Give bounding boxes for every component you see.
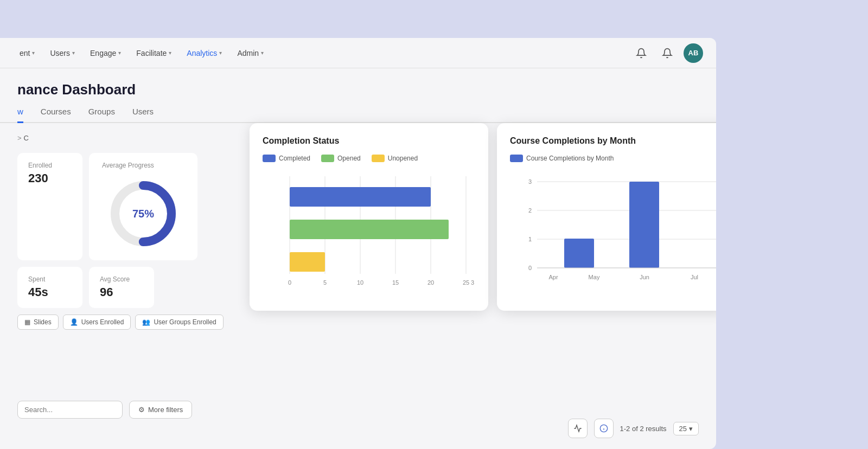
unopened-bar bbox=[290, 252, 325, 272]
stat-card-avg-score: Avg Score 96 bbox=[89, 267, 154, 308]
users-enrolled-label: Users Enrolled bbox=[81, 318, 124, 326]
slides-icon: ▦ bbox=[24, 318, 30, 326]
more-filters-label: More filters bbox=[148, 406, 183, 414]
chevron-down-icon: ▾ bbox=[118, 50, 121, 56]
month-legend: Course Completions by Month bbox=[510, 155, 716, 162]
nav-item-facilitate[interactable]: Facilitate ▾ bbox=[130, 44, 178, 62]
opened-dot bbox=[321, 155, 334, 162]
svg-text:Apr: Apr bbox=[548, 274, 558, 280]
notification-bell[interactable] bbox=[631, 43, 651, 63]
completion-status-card: Completion Status Completed Opened bbox=[250, 123, 488, 311]
month-legend-dot bbox=[510, 155, 523, 162]
svg-text:20: 20 bbox=[427, 279, 434, 286]
more-filters-button[interactable]: ⚙ More filters bbox=[129, 401, 192, 419]
tab-groups[interactable]: Groups bbox=[88, 107, 115, 123]
nav-item-engage[interactable]: Engage ▾ bbox=[84, 44, 127, 62]
svg-text:Jun: Jun bbox=[640, 274, 649, 280]
svg-text:10: 10 bbox=[357, 279, 363, 286]
chevron-down-icon: ▾ bbox=[689, 425, 693, 433]
breadcrumb-current: C bbox=[24, 134, 29, 142]
avatar-initials: AB bbox=[688, 49, 699, 57]
svg-text:15: 15 bbox=[392, 279, 399, 286]
svg-text:Jul: Jul bbox=[691, 274, 698, 280]
chevron-down-icon: ▾ bbox=[261, 50, 264, 56]
nav-label-engage: Engage bbox=[90, 49, 116, 57]
stat-card-enrolled: Enrolled 230 bbox=[17, 153, 82, 260]
svg-text:2: 2 bbox=[528, 207, 532, 214]
main-panel: ent ▾ Users ▾ Engage ▾ Facilitate ▾ Anal… bbox=[0, 38, 716, 449]
chevron-down-icon: ▾ bbox=[72, 50, 75, 56]
chevron-down-icon: ▾ bbox=[169, 50, 171, 56]
left-panel: > C Enrolled 230 Average Progress bbox=[17, 134, 278, 334]
legend-completed: Completed bbox=[263, 155, 310, 162]
nav-label-admin: Admin bbox=[237, 49, 259, 57]
nav-item-admin[interactable]: Admin ▾ bbox=[231, 44, 270, 62]
tab-overview[interactable]: w bbox=[17, 107, 23, 123]
progress-label: Average Progress bbox=[102, 162, 154, 169]
vertical-bar-chart: 3 2 1 0 Apr May bbox=[510, 171, 716, 298]
charts-section: Completion Status Completed Opened bbox=[250, 123, 716, 311]
avg-score-label: Avg Score bbox=[100, 275, 143, 283]
legend-unopened: Unopened bbox=[372, 155, 418, 162]
tab-courses[interactable]: Courses bbox=[41, 107, 71, 123]
opened-bar bbox=[290, 220, 449, 239]
opened-label: Opened bbox=[337, 155, 361, 162]
horizontal-bar-chart: 0 5 10 15 20 25 30 bbox=[263, 171, 475, 298]
completion-status-title: Completion Status bbox=[263, 136, 475, 146]
bar-chart-svg: 0 5 10 15 20 25 30 bbox=[263, 171, 474, 296]
unopened-label: Unopened bbox=[388, 155, 418, 162]
filter-area: ⚙ More filters bbox=[17, 401, 192, 419]
unopened-dot bbox=[372, 155, 385, 162]
breadcrumb: > C bbox=[17, 134, 278, 142]
tab-user-groups-enrolled[interactable]: 👥 User Groups Enrolled bbox=[135, 315, 223, 330]
breadcrumb-arrow: > bbox=[17, 134, 22, 142]
donut-percent: 75% bbox=[132, 208, 154, 220]
pagination-bar: 1-2 of 2 results 25 ▾ bbox=[568, 419, 699, 438]
completions-by-month-card: Course Completions by Month Course Compl… bbox=[497, 123, 716, 311]
nav-label-content: ent bbox=[20, 49, 30, 57]
filter-icon: ⚙ bbox=[138, 406, 145, 414]
time-spent-label: Spent bbox=[28, 275, 72, 283]
nav-item-content[interactable]: ent ▾ bbox=[13, 44, 41, 62]
time-spent-value: 45s bbox=[28, 285, 72, 299]
action-icon-info[interactable] bbox=[594, 419, 614, 438]
enrolled-label: Enrolled bbox=[28, 162, 72, 169]
search-input[interactable] bbox=[17, 401, 123, 419]
nav-label-users: Users bbox=[50, 49, 70, 57]
app-container: ent ▾ Users ▾ Engage ▾ Facilitate ▾ Anal… bbox=[0, 0, 868, 449]
enrolled-value: 230 bbox=[28, 171, 72, 185]
tab-slides[interactable]: ▦ Slides bbox=[17, 315, 59, 330]
svg-text:25: 25 bbox=[463, 279, 469, 286]
month-chart-svg: 3 2 1 0 Apr May bbox=[510, 171, 716, 296]
donut-chart: 75% bbox=[105, 176, 181, 252]
content-area: > C Enrolled 230 Average Progress bbox=[0, 123, 716, 345]
svg-text:1: 1 bbox=[528, 236, 532, 242]
tab-users-enrolled[interactable]: 👤 Users Enrolled bbox=[63, 315, 131, 330]
completions-by-month-title: Course Completions by Month bbox=[510, 136, 716, 146]
users-enrolled-icon: 👤 bbox=[70, 318, 78, 326]
page-header: nance Dashboard bbox=[0, 68, 716, 98]
action-icon-chart[interactable] bbox=[568, 419, 588, 438]
nav-item-analytics[interactable]: Analytics ▾ bbox=[180, 44, 228, 62]
completion-legend: Completed Opened Unopened bbox=[263, 155, 475, 162]
navbar: ent ▾ Users ▾ Engage ▾ Facilitate ▾ Anal… bbox=[0, 38, 716, 68]
legend-opened: Opened bbox=[321, 155, 361, 162]
nav-item-users[interactable]: Users ▾ bbox=[43, 44, 81, 62]
user-groups-icon: 👥 bbox=[142, 318, 150, 326]
tab-users[interactable]: Users bbox=[132, 107, 154, 123]
svg-text:3: 3 bbox=[528, 178, 532, 185]
bottom-tabs: ▦ Slides 👤 Users Enrolled 👥 User Groups … bbox=[17, 315, 278, 330]
progress-card: Average Progress 75% bbox=[89, 153, 197, 260]
may-bar bbox=[564, 239, 594, 268]
pagination-per-page[interactable]: 25 ▾ bbox=[673, 422, 699, 435]
nav-label-facilitate: Facilitate bbox=[136, 49, 167, 57]
stats-row-1: Enrolled 230 Average Progress bbox=[17, 153, 278, 260]
completed-bar bbox=[290, 187, 431, 207]
notification-dot-bell[interactable] bbox=[658, 43, 677, 63]
stat-card-time-spent: Spent 45s bbox=[17, 267, 82, 308]
svg-text:May: May bbox=[589, 274, 600, 280]
per-page-value: 25 bbox=[679, 425, 687, 433]
stats-row-2: Spent 45s Avg Score 96 bbox=[17, 267, 278, 308]
user-avatar[interactable]: AB bbox=[684, 43, 703, 63]
month-legend-item: Course Completions by Month bbox=[510, 155, 614, 162]
